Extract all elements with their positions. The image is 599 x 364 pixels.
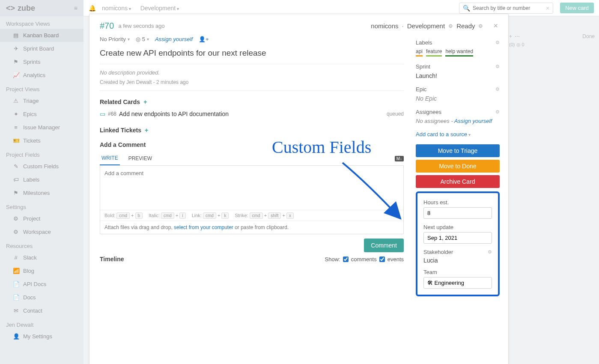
- sidebar-item-slack[interactable]: #Slack: [0, 251, 83, 264]
- markdown-icon[interactable]: M↓: [395, 156, 404, 161]
- sidebar-item-icon: 👤: [13, 333, 19, 340]
- epic-value: No Epic: [416, 95, 500, 102]
- cf-stakeholder-value: Lucia: [423, 257, 492, 264]
- card-icon: ▭: [100, 110, 105, 117]
- search-box[interactable]: 🔍 ×: [459, 3, 553, 14]
- cf-hours-input[interactable]: [423, 207, 492, 219]
- comment-button[interactable]: Comment: [364, 239, 404, 252]
- assign-yourself-link[interactable]: Assign yourself: [454, 118, 492, 124]
- sidebar-item-contact[interactable]: ✉Contact: [0, 304, 83, 317]
- sidebar-item-blog[interactable]: 📶Blog: [0, 264, 83, 277]
- assignees-heading: Assignees: [416, 109, 441, 115]
- select-file-link[interactable]: select from your computer: [174, 224, 233, 230]
- logo[interactable]: <>zube: [6, 4, 35, 13]
- clear-icon[interactable]: ×: [546, 5, 549, 12]
- epic-heading: Epic: [416, 86, 426, 92]
- add-related-card-icon[interactable]: +: [143, 98, 147, 105]
- card-created-by: Created by Jen Dewalt - 2 minutes ago: [100, 79, 404, 85]
- gear-icon[interactable]: ⚙: [488, 249, 492, 255]
- logo-icon: <>: [6, 4, 15, 13]
- gear-icon[interactable]: ⚙: [495, 40, 500, 45]
- gear-icon[interactable]: ⚙: [448, 23, 453, 29]
- gear-icon[interactable]: ⚙: [495, 64, 500, 69]
- points-dropdown[interactable]: ◎ 5: [136, 36, 149, 42]
- sidebar-item-epics[interactable]: ✦Epics: [0, 107, 83, 121]
- sidebar-item-issue-manager[interactable]: ≡Issue Manager: [0, 121, 83, 134]
- sidebar-item-label: Slack: [23, 254, 37, 261]
- breadcrumb-workspace[interactable]: Development: [137, 3, 182, 13]
- related-card-number: #68: [108, 111, 116, 117]
- label-help-wanted[interactable]: help wanted: [445, 48, 473, 57]
- assign-yourself-link[interactable]: Assign yourself: [155, 36, 193, 42]
- gear-icon[interactable]: ⚙: [495, 87, 500, 92]
- sidebar-item-label: Milestones: [23, 190, 50, 196]
- card-description[interactable]: No description provided.: [100, 69, 404, 76]
- cf-next-update-label: Next update: [423, 224, 492, 230]
- move-to-triage-button[interactable]: Move to Triage: [416, 144, 500, 157]
- card-title[interactable]: Create new API endpoints for our next re…: [100, 48, 404, 58]
- add-to-source-dropdown[interactable]: Add card to a source: [416, 131, 500, 137]
- add-linked-ticket-icon[interactable]: +: [145, 127, 148, 134]
- card-main-column: No Priority ◎ 5 Assign yourself 👤+ Creat…: [89, 34, 414, 364]
- sidebar-item-sprints[interactable]: ⚑Sprints: [0, 55, 83, 69]
- sidebar-item-kanban-board[interactable]: ▤Kanban Board: [0, 29, 83, 42]
- linked-tickets-heading: Linked Tickets +: [100, 127, 404, 134]
- card-status[interactable]: Ready: [456, 22, 475, 30]
- archive-card-button[interactable]: Archive Card: [416, 175, 500, 188]
- priority-dropdown[interactable]: No Priority: [100, 36, 130, 42]
- sidebar-item-my-settings[interactable]: 👤My Settings: [0, 330, 83, 343]
- sidebar-item-api-docs[interactable]: 📄API Docs: [0, 277, 83, 291]
- breadcrumb-project[interactable]: nomicons: [98, 3, 134, 13]
- sidebar-toggle-icon[interactable]: ≡: [74, 5, 77, 12]
- show-label: Show:: [325, 256, 340, 263]
- sidebar-item-label: API Docs: [23, 281, 46, 287]
- cf-next-update-input[interactable]: [423, 232, 492, 244]
- sidebar-item-icon: ⚑: [13, 59, 19, 65]
- add-comment-heading: Add a Comment: [100, 141, 404, 148]
- show-comments-checkbox[interactable]: [343, 257, 349, 262]
- workspace-name[interactable]: Development: [407, 22, 445, 30]
- label-api[interactable]: api: [416, 48, 423, 57]
- add-user-icon[interactable]: 👤+: [199, 36, 209, 42]
- project-name[interactable]: nomicons: [371, 22, 398, 30]
- sidebar-item-tickets[interactable]: 🎫Tickets: [0, 134, 83, 147]
- related-card-item[interactable]: ▭ #68 Add new endpoints to API documenta…: [100, 109, 404, 119]
- sidebar-section-heading: Project Fields: [0, 147, 83, 160]
- sidebar-item-icon: ✦: [13, 111, 19, 117]
- tab-write[interactable]: WRITE: [100, 152, 120, 165]
- sidebar-item-analytics[interactable]: 📈Analytics: [0, 69, 83, 82]
- sidebar-item-workspace[interactable]: ⚙Workspace: [0, 225, 83, 239]
- bell-icon[interactable]: 🔔: [89, 5, 96, 12]
- show-events-checkbox[interactable]: [379, 257, 385, 262]
- move-to-done-button[interactable]: Move to Done: [416, 160, 500, 173]
- more-icon[interactable]: ⋯: [515, 33, 520, 39]
- custom-fields-box: Hours est. Next update Stakeholder⚙ Luci…: [416, 191, 500, 296]
- card-number: #70: [100, 21, 114, 31]
- gear-icon[interactable]: ⚙: [495, 109, 500, 115]
- sidebar-item-milestones[interactable]: ⚑Milestones: [0, 186, 83, 200]
- gear-icon[interactable]: ⚙: [478, 23, 483, 29]
- show-comments-label: comments: [351, 256, 377, 263]
- sidebar-item-docs[interactable]: 📄Docs: [0, 291, 83, 304]
- comment-textarea[interactable]: [100, 166, 403, 209]
- cf-team-input[interactable]: [423, 277, 492, 289]
- sidebar-item-icon: ⚠: [13, 98, 19, 104]
- label-feature[interactable]: feature: [426, 48, 442, 57]
- sidebar-item-icon: ⚑: [13, 190, 19, 196]
- sidebar-item-project[interactable]: ⚙Project: [0, 212, 83, 225]
- sidebar-section-heading: Resources: [0, 239, 83, 251]
- attach-files-row[interactable]: Attach files via drag and drop, select f…: [100, 221, 403, 234]
- sidebar-item-label: Contact: [23, 307, 42, 314]
- new-card-button[interactable]: New card: [560, 3, 594, 13]
- tab-preview[interactable]: PREVIEW: [127, 152, 154, 165]
- close-icon[interactable]: ×: [493, 21, 498, 30]
- sidebar-item-custom-fields[interactable]: ✎Custom Fields: [0, 160, 83, 173]
- sidebar-item-labels[interactable]: 🏷Labels: [0, 173, 83, 186]
- sidebar-item-icon: 📈: [13, 72, 19, 78]
- plus-icon[interactable]: +: [509, 33, 512, 39]
- sidebar-item-icon: ▤: [13, 32, 19, 39]
- sidebar-item-label: Project: [23, 215, 40, 222]
- sidebar-item-sprint-board[interactable]: ✈Sprint Board: [0, 42, 83, 55]
- sidebar-item-triage[interactable]: ⚠Triage: [0, 94, 83, 107]
- search-input[interactable]: [473, 5, 543, 11]
